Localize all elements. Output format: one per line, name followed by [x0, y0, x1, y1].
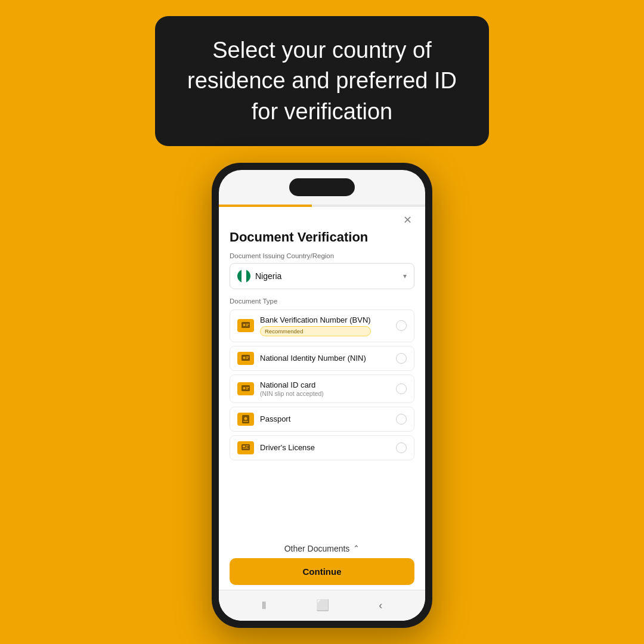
nin-icon — [237, 352, 254, 365]
phone-frame: ✕ Document Verification Document Issuing… — [212, 163, 432, 628]
svg-rect-6 — [246, 357, 249, 358]
country-left: Nigeria — [237, 270, 281, 283]
svg-rect-14 — [243, 421, 248, 422]
headline-box: Select your country of residence and pre… — [155, 16, 489, 146]
doc-options-list: Bank Verification Number (BVN) Recommend… — [230, 309, 414, 538]
nid-text: National ID card (NIN slip not accepted) — [260, 380, 324, 397]
phone-content: ✕ Document Verification Document Issuing… — [219, 205, 425, 621]
close-row: ✕ — [230, 207, 414, 230]
passport-radio[interactable] — [396, 414, 407, 425]
nid-name: National ID card — [260, 380, 324, 389]
screen-scroll: ✕ Document Verification Document Issuing… — [219, 207, 425, 590]
svg-rect-18 — [246, 447, 247, 447]
svg-point-1 — [243, 324, 246, 326]
nin-text: National Identity Number (NIN) — [260, 354, 366, 363]
dynamic-island — [289, 178, 355, 196]
screen-title: Document Verification — [230, 230, 414, 245]
close-button[interactable]: ✕ — [400, 213, 414, 227]
svg-rect-8 — [242, 385, 250, 391]
doc-option-passport[interactable]: Passport — [230, 407, 414, 432]
page-wrapper: Select your country of residence and pre… — [0, 16, 644, 628]
phone-inner: ✕ Document Verification Document Issuing… — [219, 170, 425, 621]
chevron-up-icon: ⌃ — [353, 544, 360, 553]
bottom-nav: ⦀ ⬜ ‹ — [219, 590, 425, 621]
doc-type-label: Document Type — [230, 298, 414, 305]
svg-rect-2 — [246, 324, 249, 325]
svg-rect-0 — [242, 322, 250, 328]
svg-point-5 — [243, 357, 246, 359]
chevron-down-icon: ▾ — [403, 272, 407, 280]
passport-icon — [237, 413, 254, 426]
passport-text: Passport — [260, 414, 290, 423]
nid-sub: (NIN slip not accepted) — [260, 390, 324, 397]
doc-option-left: Bank Verification Number (BVN) Recommend… — [237, 315, 371, 336]
doc-option-left-nin: National Identity Number (NIN) — [237, 352, 366, 365]
continue-button[interactable]: Continue — [230, 558, 414, 585]
svg-rect-11 — [246, 388, 249, 389]
drivers-name: Driver's License — [260, 443, 315, 452]
svg-rect-10 — [246, 387, 249, 388]
nid-icon — [237, 382, 254, 395]
nigeria-flag-icon — [237, 270, 250, 283]
nav-home-icon[interactable]: ⬜ — [316, 599, 329, 612]
drivers-icon — [237, 441, 254, 454]
bvn-radio[interactable] — [396, 320, 407, 331]
svg-rect-17 — [246, 445, 249, 446]
other-documents-row[interactable]: Other Documents ⌃ — [230, 538, 414, 558]
svg-rect-16 — [243, 445, 245, 447]
recommended-badge: Recommended — [260, 326, 371, 336]
nav-menu-icon[interactable]: ⦀ — [262, 599, 267, 612]
bvn-icon — [237, 319, 254, 332]
passport-name: Passport — [260, 414, 290, 423]
country-name: Nigeria — [255, 271, 281, 281]
headline-text: Select your country of residence and pre… — [184, 35, 460, 127]
doc-option-drivers[interactable]: Driver's License — [230, 435, 414, 460]
bvn-name: Bank Verification Number (BVN) — [260, 315, 371, 324]
bvn-text: Bank Verification Number (BVN) Recommend… — [260, 315, 371, 336]
doc-option-left-drivers: Driver's License — [237, 441, 315, 454]
nav-back-icon[interactable]: ‹ — [379, 599, 382, 612]
doc-option-nid[interactable]: National ID card (NIN slip not accepted) — [230, 374, 414, 403]
country-dropdown[interactable]: Nigeria ▾ — [230, 263, 414, 289]
nin-name: National Identity Number (NIN) — [260, 354, 366, 363]
doc-option-left-passport: Passport — [237, 413, 290, 426]
nin-radio[interactable] — [396, 353, 407, 364]
svg-point-9 — [243, 387, 246, 389]
doc-option-nin[interactable]: National Identity Number (NIN) — [230, 346, 414, 371]
country-field-label: Document Issuing Country/Region — [230, 252, 414, 259]
svg-rect-4 — [242, 355, 250, 361]
svg-point-13 — [244, 417, 247, 420]
other-documents-label: Other Documents — [284, 544, 350, 553]
svg-rect-3 — [246, 326, 249, 327]
drivers-radio[interactable] — [396, 442, 407, 453]
doc-option-bvn[interactable]: Bank Verification Number (BVN) Recommend… — [230, 309, 414, 342]
svg-rect-19 — [243, 448, 249, 448]
doc-option-left-nid: National ID card (NIN slip not accepted) — [237, 380, 324, 397]
nid-radio[interactable] — [396, 383, 407, 394]
svg-rect-7 — [246, 358, 249, 359]
drivers-text: Driver's License — [260, 443, 315, 452]
